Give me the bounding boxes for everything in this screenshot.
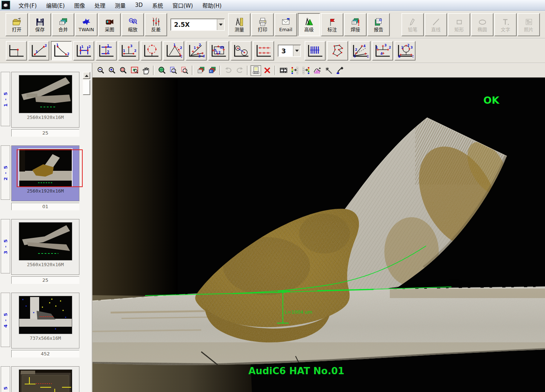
print-button[interactable]: 打印 [251,13,274,36]
zoom-out-button[interactable] [95,65,106,76]
duplicate-image-icon [197,66,205,75]
redo-icon [235,66,244,75]
ellipse-button-disabled: 椭圆 [471,13,494,36]
open-button[interactable]: 打开 [5,13,28,36]
line-icon [431,17,441,27]
tool-polygon-button[interactable] [327,41,348,61]
thumbnail-image-1[interactable] [19,75,72,113]
tool-circle-baseline-button[interactable]: 21 345 [395,41,416,61]
twain-button[interactable]: TWAIN [75,13,98,36]
menu-3d[interactable]: 3D [131,1,148,9]
menu-image[interactable]: 图像 [70,0,90,10]
zoom-level-dropdown-arrow[interactable] [217,19,224,30]
undo-icon [224,66,233,75]
calibration-scale-icon [252,66,260,75]
thumbnail-image-5[interactable] [19,370,72,392]
scrollbar-thumb[interactable] [83,80,90,95]
angle4-tool-icon: 42 13 [352,44,368,58]
magic-wand-button[interactable] [323,65,334,76]
tool-vertical-distance-button[interactable]: 12 [96,41,117,61]
tool-rectangle-button[interactable]: 543 12 [208,41,229,61]
tool-two-lines-button[interactable]: 12 [51,41,72,61]
menu-measure[interactable]: 测量 [110,0,131,10]
calibration-button[interactable] [251,65,261,76]
filmstrip-button[interactable] [278,65,289,76]
zoom-actual-button[interactable] [157,65,167,76]
tool-circle-button[interactable] [141,41,162,61]
menu-edit[interactable]: 编辑(E) [41,0,69,10]
scroll-up-button[interactable] [83,72,90,79]
duplicate-image-button[interactable] [195,65,206,76]
ellipse-icon [478,17,487,27]
tool-comb-button[interactable] [305,41,326,61]
zoom-selection-button[interactable] [129,65,140,76]
svg-text:2: 2 [355,48,357,51]
tool-vertical-point-button[interactable]: 31 24 [372,41,393,61]
tool-angle-button[interactable]: 12 34 [186,41,207,61]
thumbnail-panel-1[interactable]: 2560x1920x16M [11,72,79,128]
sidebar-scrollbar[interactable] [83,72,90,392]
zoom-doc-button[interactable] [179,65,190,76]
contrast-button[interactable]: 反差 [145,13,167,36]
tool-two-circles-button[interactable] [231,41,252,61]
svg-text:1: 1 [194,46,196,50]
point-tool-icon [8,44,25,58]
svg-text:2: 2 [107,50,109,54]
measurement-value-label: L=1004 um [285,309,312,315]
points-count-select[interactable]: 3 [278,45,301,57]
report-button[interactable]: 报告 [367,13,390,36]
delete-measure-button[interactable] [262,65,272,76]
tool-point-line-button[interactable]: 123 [118,41,139,61]
current-view-rectangle [17,149,83,187]
save-button[interactable]: 保存 [29,13,51,36]
app-icon[interactable] [1,1,10,9]
menu-file[interactable]: 文件(F) [14,0,41,10]
menu-help[interactable]: 帮助(H) [198,0,226,10]
zoom-button[interactable]: 缩放 [121,13,144,36]
thumb-resolution: 2560x1920x16M [27,262,64,267]
thumbnail-image-4[interactable] [19,296,72,334]
pencil-icon [408,17,418,27]
zoom-region-button[interactable] [118,65,128,76]
zoom-in-button[interactable] [107,65,117,76]
tool-angle4-button[interactable]: 42 13 [350,41,371,61]
advanced-button[interactable]: 高级 [298,13,320,36]
thumb-caption: 452 [11,350,79,358]
duplicate-3d-button[interactable] [207,65,217,76]
thumbnail-panel-4[interactable]: 737x566x16M [11,293,79,348]
thumbnail-image-3[interactable] [19,222,72,260]
pan-button[interactable] [140,65,151,76]
two-lines-tool-icon: 12 [53,44,70,58]
tool-line-button[interactable]: 12 [28,41,49,61]
save-floppy-icon [35,17,45,27]
tool-multipoint-button[interactable] [253,41,274,61]
menu-window[interactable]: 窗口(W) [168,0,198,10]
tool-horizontal-distance-button[interactable]: 12 [73,41,94,61]
menu-system[interactable]: 系统 [148,0,168,10]
email-envelope-icon [281,17,291,27]
capture-button[interactable]: 采图 [98,13,121,36]
thumbnail-panel-2-selected[interactable]: 2560x1920x16M [11,145,79,201]
list-item: 1 - 5 2560x1920x16M 25 [0,72,92,137]
thumbnail-panel-5[interactable]: 541x361x16M [11,366,79,392]
measure-button[interactable]: 测量 [228,13,251,36]
palette-adjust-button[interactable] [301,65,311,76]
zoom-fit-button[interactable] [168,65,178,76]
thumbnail-panel-3[interactable]: 2560x1920x16M [11,219,79,275]
merge-button[interactable]: 合并 [52,13,74,36]
tool-point-button[interactable] [6,41,27,61]
annotate-button[interactable]: 标注 [321,13,343,36]
weld-button[interactable]: 焊接 [344,13,367,36]
points-count-dropdown-arrow[interactable] [293,45,300,56]
zoom-level-select[interactable]: 2.5X [170,18,225,31]
image-viewer-canvas[interactable]: L=1004 um OK AudiC6 HAT No.01 [92,78,545,392]
menu-process[interactable]: 处理 [90,0,110,10]
eyedropper-button[interactable] [334,65,345,76]
histogram-button[interactable] [312,65,322,76]
open-folder-icon [12,17,22,27]
tool-arc-button[interactable]: 123 [163,41,184,61]
email-button[interactable]: Email [274,13,297,36]
svg-text:3: 3 [367,55,368,58]
pan-hand-icon [141,66,150,75]
color-adjust-button[interactable] [289,65,300,76]
